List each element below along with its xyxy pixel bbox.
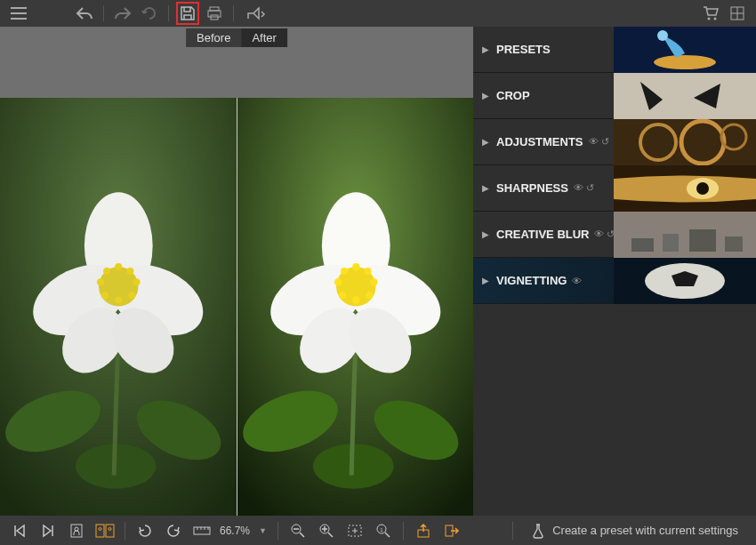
separator xyxy=(168,5,169,21)
visibility-icon[interactable]: 👁 xyxy=(572,276,582,286)
svg-point-19 xyxy=(97,278,104,285)
panel-presets[interactable]: ▶ PRESETS xyxy=(473,27,756,73)
create-preset-button[interactable]: Create a preset with current settings xyxy=(520,516,749,545)
visibility-icon[interactable]: 👁 xyxy=(574,182,583,194)
crop-thumb xyxy=(614,73,756,119)
actual-size-icon[interactable]: 1 xyxy=(371,518,396,543)
svg-rect-0 xyxy=(210,7,219,11)
side-panel: ▶ PRESETS ▶ CROP xyxy=(473,27,756,516)
visibility-icon[interactable]: 👁 xyxy=(589,136,599,148)
panel-title: PRESETS xyxy=(496,43,551,56)
panel-title: SHARPNESS xyxy=(496,181,568,195)
panel-title: CREATIVE BLUR xyxy=(496,228,589,241)
separator xyxy=(233,5,234,21)
vignetting-thumb xyxy=(614,258,756,304)
flask-icon xyxy=(531,523,545,539)
panel-vignetting[interactable]: ▶ VIGNETTING 👁 xyxy=(473,258,756,304)
svg-point-34 xyxy=(352,263,359,270)
zoom-dropdown-icon[interactable]: ▼ xyxy=(255,526,270,535)
svg-rect-54 xyxy=(631,238,654,252)
save-button[interactable] xyxy=(176,2,199,25)
svg-point-61 xyxy=(75,527,78,531)
zoom-percent[interactable]: 66.7% xyxy=(218,525,252,537)
grid-icon[interactable] xyxy=(726,2,749,25)
blur-thumb xyxy=(614,212,756,258)
menu-icon[interactable] xyxy=(7,2,30,25)
separator xyxy=(103,5,104,21)
chevron-right-icon: ▶ xyxy=(482,183,489,193)
bottom-toolbar: 66.7% ▼ 1 Create a preset with current s… xyxy=(0,516,756,545)
panel-scroll[interactable]: ▶ PRESETS ▶ CROP xyxy=(473,27,756,516)
svg-point-43 xyxy=(654,55,716,69)
chevron-right-icon: ▶ xyxy=(482,229,489,239)
svg-point-37 xyxy=(334,278,341,285)
zoom-in-icon[interactable] xyxy=(314,518,339,543)
cart-icon[interactable] xyxy=(699,2,722,25)
svg-point-17 xyxy=(103,268,110,275)
separator xyxy=(125,522,125,540)
svg-rect-45 xyxy=(614,73,756,119)
image-viewer: Before After xyxy=(0,27,473,516)
compare-view-icon[interactable] xyxy=(92,518,117,543)
svg-point-39 xyxy=(339,292,346,299)
rotate-right-icon[interactable] xyxy=(161,518,186,543)
print-icon[interactable] xyxy=(203,2,226,25)
panel-creative-blur[interactable]: ▶ CREATIVE BLUR 👁 ↺ xyxy=(473,212,756,258)
visibility-icon[interactable]: 👁 xyxy=(594,228,604,240)
svg-point-21 xyxy=(101,292,109,299)
top-toolbar xyxy=(0,0,756,27)
chevron-right-icon: ▶ xyxy=(482,137,489,147)
fit-screen-icon[interactable] xyxy=(342,518,367,543)
adjustments-thumb xyxy=(614,119,756,165)
create-preset-label: Create a preset with current settings xyxy=(552,524,738,537)
separator xyxy=(403,522,404,540)
next-image-icon[interactable] xyxy=(36,518,60,543)
svg-point-22 xyxy=(128,292,135,299)
panel-sharpness[interactable]: ▶ SHARPNESS 👁 ↺ xyxy=(473,165,756,212)
svg-rect-46 xyxy=(614,119,756,165)
presets-thumb xyxy=(614,27,756,73)
svg-rect-66 xyxy=(194,527,210,534)
svg-point-18 xyxy=(126,268,133,275)
export-right-icon[interactable] xyxy=(439,518,464,543)
svg-point-16 xyxy=(115,263,122,270)
panel-crop[interactable]: ▶ CROP xyxy=(473,73,756,119)
before-pane[interactable] xyxy=(0,98,237,516)
svg-text:1: 1 xyxy=(380,527,383,533)
svg-rect-1 xyxy=(208,11,221,17)
svg-point-20 xyxy=(133,278,140,285)
ruler-icon[interactable] xyxy=(189,518,214,543)
svg-point-44 xyxy=(657,30,668,41)
panel-title: CROP xyxy=(496,89,530,102)
panel-title: ADJUSTMENTS xyxy=(496,135,583,148)
share-icon[interactable] xyxy=(241,2,271,25)
undo-icon[interactable] xyxy=(73,2,96,25)
svg-point-64 xyxy=(99,527,101,530)
svg-point-3 xyxy=(708,18,711,20)
reset-icon[interactable]: ↺ xyxy=(601,136,609,148)
chevron-right-icon: ▶ xyxy=(482,276,489,285)
sharpness-thumb xyxy=(614,165,756,212)
svg-rect-57 xyxy=(725,236,743,252)
single-view-icon[interactable] xyxy=(64,518,89,543)
svg-point-23 xyxy=(115,296,122,303)
separator xyxy=(277,522,278,540)
svg-point-41 xyxy=(352,296,359,303)
compare-labels: Before After xyxy=(186,28,287,47)
history-undo-icon[interactable] xyxy=(138,2,161,25)
chevron-right-icon: ▶ xyxy=(482,91,489,100)
first-image-icon[interactable] xyxy=(7,518,32,543)
export-up-icon[interactable] xyxy=(411,518,436,543)
svg-rect-56 xyxy=(689,229,716,252)
chevron-right-icon: ▶ xyxy=(482,44,489,54)
after-pane[interactable] xyxy=(237,98,474,516)
redo-icon[interactable] xyxy=(111,2,134,25)
svg-point-40 xyxy=(366,292,373,299)
svg-point-35 xyxy=(341,268,348,275)
zoom-out-icon[interactable] xyxy=(286,518,310,543)
reset-icon[interactable]: ↺ xyxy=(586,182,594,194)
svg-point-38 xyxy=(370,278,377,285)
panel-adjustments[interactable]: ▶ ADJUSTMENTS 👁 ↺ xyxy=(473,119,756,165)
before-label: Before xyxy=(186,28,241,47)
rotate-left-icon[interactable] xyxy=(133,518,157,543)
